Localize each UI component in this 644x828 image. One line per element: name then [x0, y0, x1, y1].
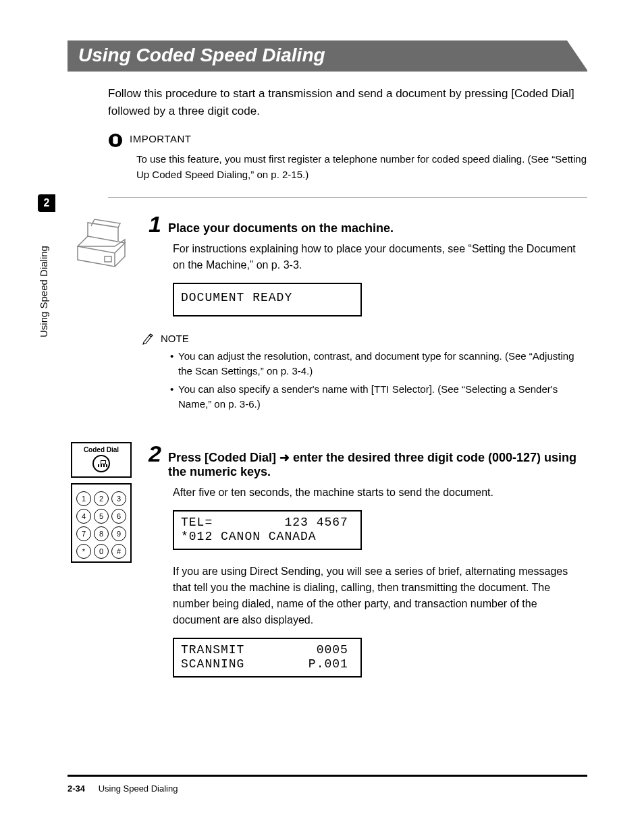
divider	[108, 197, 587, 198]
step2-number: 2	[149, 442, 161, 465]
step2-title-pre: Press [Coded Dial]	[168, 451, 279, 464]
page-number: 2-34	[68, 783, 85, 794]
page-footer: 2-34 Using Speed Dialing	[68, 775, 587, 794]
important-icon	[108, 133, 123, 148]
key-hash: #	[111, 544, 126, 559]
note-item: You can adjust the resolution, contrast,…	[170, 349, 587, 379]
key-0: 0	[94, 544, 109, 559]
key-6: 6	[111, 509, 126, 524]
key-2: 2	[94, 491, 109, 506]
key-4: 4	[76, 509, 91, 524]
note-list: You can adjust the resolution, contrast,…	[170, 349, 587, 412]
key-8: 8	[94, 526, 109, 541]
step2-body1: After five or ten seconds, the machine s…	[173, 485, 587, 501]
section-heading: Using Coded Speed Dialing	[68, 40, 587, 72]
important-label: IMPORTANT	[130, 133, 191, 144]
key-1: 1	[76, 491, 91, 506]
numeric-keypad: 1 2 3 4 5 6 7 8 9 * 0 #	[71, 483, 132, 563]
lcd-display-3: TRANSMIT 0005 SCANNING P.001	[173, 638, 362, 678]
intro-paragraph: Follow this procedure to start a transmi…	[108, 85, 587, 119]
note-item: You can also specify a sender's name wit…	[170, 382, 587, 412]
arrow-icon: ➜	[279, 451, 290, 464]
step1-title: Place your documents on the machine.	[168, 221, 394, 236]
important-text: To use this feature, you must first regi…	[136, 152, 587, 182]
printer-illustration	[68, 213, 135, 276]
step1-body: For instructions explaining how to place…	[173, 241, 587, 273]
coded-dial-icon	[92, 455, 110, 472]
key-9: 9	[111, 526, 126, 541]
step1-number: 1	[149, 213, 161, 236]
step2-title: Press [Coded Dial] ➜ enter the desired t…	[168, 450, 587, 479]
key-star: *	[76, 544, 91, 559]
keypad-label: Coded Dial	[75, 446, 128, 453]
sidebar-label: Using Speed Dialing	[38, 246, 49, 337]
svg-rect-1	[105, 256, 111, 262]
key-5: 5	[94, 509, 109, 524]
lcd-display-1: DOCUMENT READY	[173, 283, 362, 316]
step2-body2: If you are using Direct Sending, you wil…	[173, 563, 587, 628]
key-7: 7	[76, 526, 91, 541]
lcd-display-2: TEL= 123 4567 *012 CANON CANADA	[173, 510, 362, 550]
chapter-tab: 2	[38, 194, 55, 212]
key-3: 3	[111, 491, 126, 506]
coded-dial-keypad: Coded Dial	[71, 442, 132, 478]
footer-title: Using Speed Dialing	[99, 783, 178, 794]
note-icon	[142, 333, 154, 345]
footer-divider	[68, 775, 587, 777]
note-label: NOTE	[161, 333, 189, 344]
